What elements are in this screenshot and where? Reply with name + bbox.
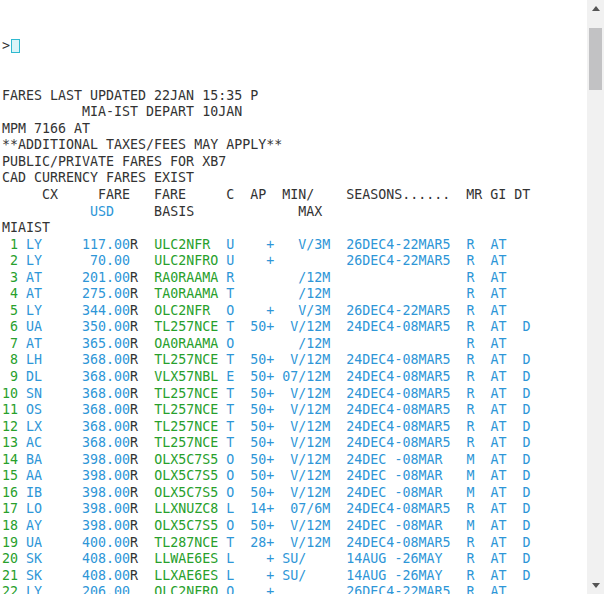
triangle-down-icon xyxy=(592,583,600,588)
scrollbar-up-button[interactable] xyxy=(587,0,604,17)
fare-row[interactable]: 22 LY 206.00 OLC2NFRO O + 26DEC4-22MAR5 … xyxy=(2,584,587,594)
scrollbar-down-button[interactable] xyxy=(587,577,604,594)
fare-row[interactable]: 4 AT 275.00R TA0RAAMA T /12M R AT xyxy=(2,286,587,303)
scrollbar[interactable] xyxy=(587,0,604,594)
fare-row[interactable]: 16 IB 398.00R OLX5C7S5 O 50+ V/12M 24DEC… xyxy=(2,485,587,502)
fare-display: FARES LAST UPDATED 22JAN 15:35 P MIA-IST… xyxy=(2,88,587,594)
fare-row[interactable]: 9 DL 368.00R VLX57NBL E 50+ 07/12M 24DEC… xyxy=(2,369,587,386)
fare-row[interactable]: 17 LO 398.00R LLXNUZC8 L 14+ 07/6M 24DEC… xyxy=(2,501,587,518)
fare-row[interactable]: 11 OS 368.00R TL257NCE T 50+ V/12M 24DEC… xyxy=(2,402,587,419)
fare-row[interactable]: 20 SK 408.00R LLWAE6ES L + SU/ 14AUG -26… xyxy=(2,551,587,568)
scrollbar-thumb[interactable] xyxy=(589,28,602,90)
status-line: MPM 7166 AT xyxy=(2,121,587,138)
fare-row[interactable]: 14 BA 398.00R OLX5C7S5 O 50+ V/12M 24DEC… xyxy=(2,452,587,469)
fare-row[interactable]: 6 UA 350.00R TL257NCE T 50+ V/12M 24DEC4… xyxy=(2,319,587,336)
prompt-symbol: > xyxy=(2,38,10,53)
command-input-line[interactable]: > xyxy=(2,38,587,55)
column-header-line: USD BASIS MAX xyxy=(2,204,587,221)
fare-row[interactable]: 2 LY 70.00 ULC2NFRO U + 26DEC4-22MAR5 R … xyxy=(2,253,587,270)
fare-row[interactable]: 15 AA 398.00R OLX5C7S5 O 50+ V/12M 24DEC… xyxy=(2,468,587,485)
fare-row[interactable]: 19 UA 400.00R TL287NCE T 28+ V/12M 24DEC… xyxy=(2,535,587,552)
status-line: FARES LAST UPDATED 22JAN 15:35 P xyxy=(2,88,587,105)
column-header-line: CX FARE FARE C AP MIN/ SEASONS...... MR … xyxy=(2,187,587,204)
fare-row[interactable]: 1 LY 117.00R ULC2NFR U + V/3M 26DEC4-22M… xyxy=(2,237,587,254)
fare-row[interactable]: 7 AT 365.00R OA0RAAMA O /12M R AT xyxy=(2,336,587,353)
market-line: MIAIST xyxy=(2,220,587,237)
fare-row[interactable]: 3 AT 201.00R RA0RAAMA R /12M R AT xyxy=(2,270,587,287)
status-line: MIA-IST DEPART 10JAN xyxy=(2,104,587,121)
fare-row[interactable]: 18 AY 398.00R OLX5C7S5 O 50+ V/12M 24DEC… xyxy=(2,518,587,535)
fare-row[interactable]: 8 LH 368.00R TL257NCE T 50+ V/12M 24DEC4… xyxy=(2,352,587,369)
status-line: **ADDITIONAL TAXES/FEES MAY APPLY** xyxy=(2,137,587,154)
fare-row[interactable]: 13 AC 368.00R TL257NCE T 50+ V/12M 24DEC… xyxy=(2,435,587,452)
fare-row[interactable]: 21 SK 408.00R LLXAE6ES L + SU/ 14AUG -26… xyxy=(2,568,587,585)
text-cursor xyxy=(11,39,20,53)
fare-row[interactable]: 12 LX 368.00R TL257NCE T 50+ V/12M 24DEC… xyxy=(2,419,587,436)
terminal-screen: > FARES LAST UPDATED 22JAN 15:35 P MIA-I… xyxy=(0,0,587,594)
fare-row[interactable]: 10 SN 368.00R TL257NCE T 50+ V/12M 24DEC… xyxy=(2,386,587,403)
triangle-up-icon xyxy=(592,6,600,11)
fare-row[interactable]: 5 LY 344.00R OLC2NFR O + V/3M 26DEC4-22M… xyxy=(2,303,587,320)
status-line: CAD CURRENCY FARES EXIST xyxy=(2,170,587,187)
status-line: PUBLIC/PRIVATE FARES FOR XB7 xyxy=(2,154,587,171)
